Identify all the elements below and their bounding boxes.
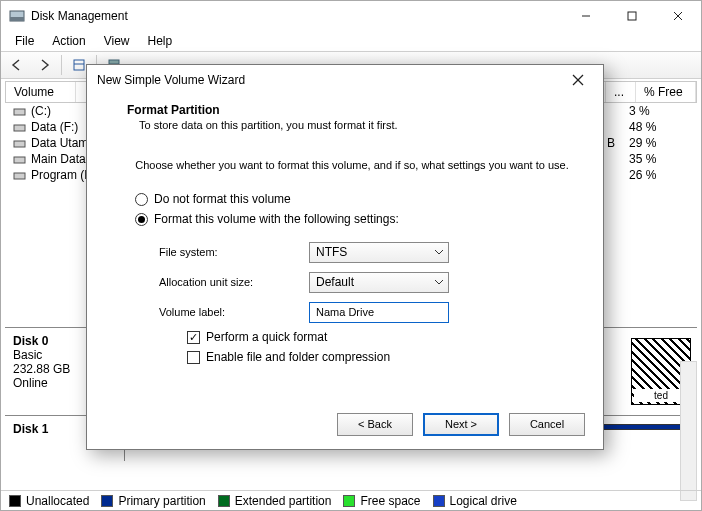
radio-label: Format this volume with the following se… <box>154 212 399 226</box>
volume-free: 35 % <box>629 152 689 166</box>
label-volumelabel: Volume label: <box>159 306 309 318</box>
combo-filesystem[interactable]: NTFS <box>309 242 449 263</box>
chevron-down-icon <box>434 246 444 260</box>
dialog-titlebar: New Simple Volume Wizard <box>87 65 603 95</box>
volume-free: 48 % <box>629 120 689 134</box>
volume-free: 3 % <box>629 104 689 118</box>
wizard-dialog: New Simple Volume Wizard Format Partitio… <box>86 64 604 450</box>
drive-icon <box>13 169 26 182</box>
close-button[interactable] <box>655 1 701 31</box>
format-settings: File system: NTFS Allocation unit size: … <box>131 229 573 367</box>
combo-allocation[interactable]: Default <box>309 272 449 293</box>
volume-free: 26 % <box>629 168 689 182</box>
radio-icon <box>135 193 148 206</box>
disk-size: 232.88 GB <box>13 362 70 376</box>
title-bar: Disk Management <box>1 1 701 31</box>
minimize-button[interactable] <box>563 1 609 31</box>
legend-extended: Extended partition <box>218 494 332 508</box>
label-filesystem: File system: <box>159 246 309 258</box>
window-title: Disk Management <box>31 9 563 23</box>
legend-unallocated: Unallocated <box>9 494 89 508</box>
checkbox-quickformat[interactable]: Perform a quick format <box>159 327 573 347</box>
legend-primary: Primary partition <box>101 494 205 508</box>
back-icon[interactable] <box>5 54 29 76</box>
label-allocation: Allocation unit size: <box>159 276 309 288</box>
row-volumelabel: Volume label: <box>159 297 573 327</box>
forward-icon[interactable] <box>32 54 56 76</box>
dialog-close-button[interactable] <box>563 65 593 95</box>
legend-logical: Logical drive <box>433 494 517 508</box>
svg-rect-13 <box>14 157 25 163</box>
swatch-icon <box>433 495 445 507</box>
drive-icon <box>13 105 26 118</box>
app-icon <box>9 8 25 24</box>
svg-rect-11 <box>14 125 25 131</box>
swatch-icon <box>101 495 113 507</box>
drive-icon <box>13 137 26 150</box>
legend: Unallocated Primary partition Extended p… <box>1 490 701 510</box>
maximize-button[interactable] <box>609 1 655 31</box>
menu-action[interactable]: Action <box>44 32 93 50</box>
checkbox-compression[interactable]: Enable file and folder compression <box>159 347 573 367</box>
dialog-title: New Simple Volume Wizard <box>97 73 563 87</box>
row-allocation: Allocation unit size: Default <box>159 267 573 297</box>
row-filesystem: File system: NTFS <box>159 237 573 267</box>
column-volume[interactable]: Volume <box>6 82 76 102</box>
checkbox-label: Perform a quick format <box>206 330 327 344</box>
dialog-body: Choose whether you want to format this v… <box>87 143 603 399</box>
checkbox-label: Enable file and folder compression <box>206 350 390 364</box>
dialog-header: Format Partition To store data on this p… <box>87 95 603 143</box>
menu-view[interactable]: View <box>96 32 138 50</box>
combo-value: NTFS <box>316 245 347 259</box>
menu-help[interactable]: Help <box>140 32 181 50</box>
radio-format[interactable]: Format this volume with the following se… <box>131 209 573 229</box>
svg-rect-12 <box>14 141 25 147</box>
next-button[interactable]: Next > <box>423 413 499 436</box>
menu-file[interactable]: File <box>7 32 42 50</box>
volume-free: 29 % <box>629 136 689 150</box>
back-button[interactable]: < Back <box>337 413 413 436</box>
disk-status: Online <box>13 376 48 390</box>
swatch-icon <box>9 495 21 507</box>
dialog-heading: Format Partition <box>127 103 220 117</box>
column-hidden[interactable]: ... <box>606 82 636 102</box>
disk-title: Disk 1 <box>13 422 48 436</box>
drive-icon <box>13 121 26 134</box>
radio-noformat[interactable]: Do not format this volume <box>131 189 573 209</box>
checkbox-icon <box>187 351 200 364</box>
close-icon <box>572 74 584 86</box>
scrollbar[interactable] <box>680 361 697 501</box>
swatch-icon <box>343 495 355 507</box>
svg-rect-3 <box>628 12 636 20</box>
dialog-subheading: To store data on this partition, you mus… <box>127 117 573 131</box>
swatch-icon <box>218 495 230 507</box>
svg-rect-6 <box>74 60 84 70</box>
disk-title: Disk 0 <box>13 334 48 348</box>
drive-icon <box>13 153 26 166</box>
input-volumelabel[interactable] <box>309 302 449 323</box>
svg-rect-1 <box>10 17 24 21</box>
svg-rect-14 <box>14 173 25 179</box>
chevron-down-icon <box>434 276 444 290</box>
dialog-buttons: < Back Next > Cancel <box>87 399 603 449</box>
menu-bar: File Action View Help <box>1 31 701 51</box>
combo-value: Default <box>316 275 354 289</box>
checkbox-icon <box>187 331 200 344</box>
toolbar-separator <box>61 55 62 75</box>
disk-type: Basic <box>13 348 42 362</box>
dialog-instruction: Choose whether you want to format this v… <box>131 155 573 189</box>
window-controls <box>563 1 701 31</box>
svg-rect-10 <box>14 109 25 115</box>
cancel-button[interactable]: Cancel <box>509 413 585 436</box>
column-free[interactable]: % Free <box>636 82 696 102</box>
legend-freespace: Free space <box>343 494 420 508</box>
radio-label: Do not format this volume <box>154 192 291 206</box>
radio-icon <box>135 213 148 226</box>
